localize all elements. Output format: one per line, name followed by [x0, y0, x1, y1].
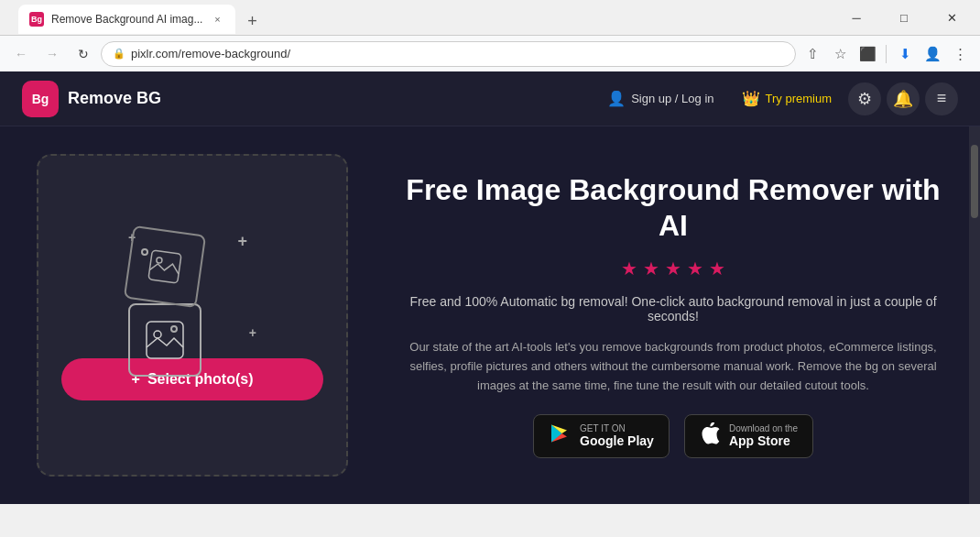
app-store-button[interactable]: Download on the App Store	[684, 414, 813, 458]
google-play-sub: GET IT ON	[580, 423, 654, 433]
nav-divider	[886, 45, 887, 63]
star-3: ★	[665, 258, 681, 279]
google-play-icon	[549, 422, 571, 450]
bookmark-button[interactable]: ☆	[827, 41, 853, 67]
browser-window: Bg Remove Background AI imag... × + ─ □ …	[0, 0, 980, 504]
app-download-buttons: GET IT ON Google Play	[403, 414, 943, 458]
user-icon: 👤	[607, 90, 626, 107]
google-play-button[interactable]: GET IT ON Google Play	[533, 414, 670, 458]
google-play-name: Google Play	[580, 433, 654, 448]
header-nav: 👤 Sign up / Log in 👑 Try premium ⚙ 🔔 ≡	[596, 82, 958, 115]
premium-label: Try premium	[766, 92, 832, 105]
nav-bar: ← → ↻ 🔒 pixlr.com/remove-background/ ⇧ ☆…	[0, 35, 980, 71]
minimize-button[interactable]: ─	[835, 4, 877, 31]
new-tab-button[interactable]: +	[239, 8, 265, 34]
image-placeholder-back	[144, 246, 185, 287]
google-play-text: GET IT ON Google Play	[580, 423, 654, 448]
svg-point-1	[157, 258, 163, 264]
main-content: + + +	[0, 126, 980, 504]
brand-name: Remove BG	[68, 89, 161, 108]
forward-button[interactable]: →	[38, 40, 66, 68]
star-rating: ★ ★ ★ ★ ★	[403, 258, 943, 279]
circle-decoration-2	[170, 325, 178, 333]
crown-icon: 👑	[742, 90, 760, 107]
address-text: pixlr.com/remove-background/	[131, 47, 784, 60]
menu-button[interactable]: ≡	[925, 82, 958, 115]
logo-icon: Bg	[22, 81, 59, 117]
app-header: Bg Remove BG 👤 Sign up / Log in 👑 Try pr…	[0, 71, 980, 126]
scroll-track	[969, 126, 980, 504]
active-tab[interactable]: Bg Remove Background AI imag... ×	[18, 5, 235, 34]
download-button[interactable]: ⬇	[892, 41, 918, 67]
notifications-button[interactable]: 🔔	[887, 82, 920, 115]
tab-bar: Bg Remove Background AI imag... × +	[11, 1, 272, 34]
premium-nav-item[interactable]: 👑 Try premium	[731, 84, 843, 113]
lock-icon: 🔒	[113, 48, 125, 60]
star-1: ★	[621, 258, 637, 279]
profile-button[interactable]: 👤	[920, 41, 945, 67]
page-content: Bg Remove BG 👤 Sign up / Log in 👑 Try pr…	[0, 71, 980, 504]
bell-icon: 🔔	[893, 89, 913, 109]
window-controls: ─ □ ✕	[835, 4, 973, 31]
back-button[interactable]: ←	[7, 40, 35, 68]
nav-actions: ⇧ ☆ ⬛ ⬇ 👤 ⋮	[800, 41, 973, 67]
apple-icon	[700, 422, 720, 450]
app-store-text: Download on the App Store	[729, 423, 798, 448]
hero-description-2: Our state of the art AI-tools let's you …	[403, 338, 943, 395]
refresh-button[interactable]: ↻	[70, 40, 97, 68]
upload-area[interactable]: + + +	[37, 154, 348, 477]
hero-description-1: Free and 100% Automatic bg removal! One-…	[403, 294, 943, 323]
svg-point-3	[154, 331, 161, 338]
extension-button[interactable]: ⬛	[855, 41, 880, 67]
app-logo: Bg Remove BG	[22, 81, 161, 117]
app-store-sub: Download on the	[729, 423, 798, 433]
close-button[interactable]: ✕	[931, 4, 973, 31]
image-placeholder-front	[145, 320, 185, 360]
cast-button[interactable]: ⇧	[800, 41, 825, 67]
image-card-front	[128, 303, 201, 377]
star-2: ★	[643, 258, 659, 279]
star-4: ★	[687, 258, 703, 279]
title-bar: Bg Remove Background AI imag... × + ─ □ …	[0, 0, 980, 35]
address-bar[interactable]: 🔒 pixlr.com/remove-background/	[101, 41, 796, 67]
more-button[interactable]: ⋮	[947, 41, 973, 67]
tab-favicon: Bg	[29, 12, 44, 27]
app-store-name: App Store	[729, 433, 798, 448]
sign-in-label: Sign up / Log in	[631, 92, 713, 105]
hamburger-icon: ≡	[937, 89, 947, 108]
tab-close-button[interactable]: ×	[210, 12, 224, 27]
maximize-button[interactable]: □	[883, 4, 925, 31]
sign-in-nav-item[interactable]: 👤 Sign up / Log in	[596, 84, 724, 113]
tab-title: Remove Background AI imag...	[51, 13, 202, 26]
upload-illustration: + + +	[128, 230, 256, 340]
hero-title: Free Image Background Remover with AI	[403, 172, 943, 243]
sparkle-3-icon: +	[249, 325, 256, 340]
scroll-thumb[interactable]	[971, 145, 978, 218]
gear-icon: ⚙	[857, 89, 872, 109]
right-side: Free Image Background Remover with AI ★ …	[403, 154, 943, 477]
settings-button[interactable]: ⚙	[848, 82, 881, 115]
sparkle-2-icon: +	[237, 232, 247, 251]
svg-rect-2	[147, 322, 183, 358]
star-5: ★	[709, 258, 725, 279]
image-card-back	[124, 225, 206, 308]
